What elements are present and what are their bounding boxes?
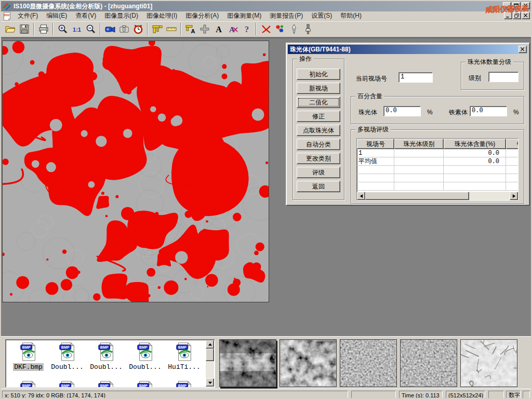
table-row-5[interactable] xyxy=(357,182,518,191)
file-item-HuiTi...[interactable]: BMPHuiTi... xyxy=(165,342,204,371)
op-button-9[interactable]: 返回 xyxy=(297,181,340,192)
menu-item-4[interactable]: 图像显示(D) xyxy=(100,11,142,21)
brush-tool-icon[interactable] xyxy=(301,22,315,36)
table-row-3[interactable] xyxy=(357,166,518,174)
table-row-1[interactable]: 10.0 xyxy=(357,149,518,157)
ferrite-unit: % xyxy=(513,109,519,116)
table-cell xyxy=(394,166,444,174)
file-item-DKF.bmp[interactable]: BMPDKF.bmp xyxy=(9,342,48,371)
menu-item-9[interactable]: 设置(S) xyxy=(307,11,336,21)
print-icon[interactable] xyxy=(36,22,50,36)
file-item-row2-1[interactable]: BMP xyxy=(9,380,48,388)
current-field-input[interactable]: 1 xyxy=(398,72,433,83)
svg-text:BMP: BMP xyxy=(61,384,69,388)
menu-item-10[interactable]: 帮助(H) xyxy=(336,11,366,21)
table-header-1[interactable]: 视场号 xyxy=(357,139,394,149)
ferrite-percent-input[interactable]: 0.0 xyxy=(470,106,507,116)
toolbar-separator xyxy=(256,23,257,35)
pearlite-percent-input[interactable]: 0.0 xyxy=(383,106,421,116)
file-name[interactable]: Doubl... xyxy=(128,363,162,371)
zoom-in-icon[interactable] xyxy=(56,22,70,36)
camera-icon[interactable] xyxy=(117,22,131,36)
level-input[interactable] xyxy=(488,72,518,82)
file-browser[interactable]: BMPDKF.bmpBMPDoubl...BMPDoubl...BMPDoubl… xyxy=(5,339,215,388)
table-horizontal-scrollbar[interactable] xyxy=(357,192,518,200)
op-button-6[interactable]: 自动分类 xyxy=(297,139,340,150)
color-dots-icon[interactable] xyxy=(273,22,287,36)
text-a-icon[interactable]: A xyxy=(211,22,225,36)
menu-item-1[interactable]: 文件(F) xyxy=(14,11,42,21)
save-icon[interactable] xyxy=(17,22,31,36)
op-button-7[interactable]: 更改类别 xyxy=(297,153,340,164)
table-header-4[interactable]: 铁素体含量(%) xyxy=(506,139,518,149)
specimen-image[interactable] xyxy=(2,41,269,302)
caliper-icon[interactable] xyxy=(150,22,164,36)
file-scrollbar[interactable] xyxy=(206,340,214,387)
vendor-watermark: 咸阳仪器仪表 xyxy=(485,4,529,15)
file-scroll-down-button[interactable] xyxy=(206,378,214,387)
file-name[interactable]: Doubl... xyxy=(89,363,123,371)
table-cell xyxy=(506,182,518,191)
menu-item-8[interactable]: 测量报告(P) xyxy=(265,11,307,21)
svg-text:A: A xyxy=(229,25,235,34)
file-item-Doubl...[interactable]: BMPDoubl... xyxy=(87,342,126,371)
file-name[interactable]: Doubl... xyxy=(50,363,84,371)
curve-tool-icon[interactable] xyxy=(259,22,273,36)
rating-table[interactable]: 视场号珠光体级别珠光体含量(%)铁素体含量(%) 10.0平均值0.0 xyxy=(356,138,518,201)
video-camera-icon[interactable] xyxy=(103,22,117,36)
menu-item-7[interactable]: 图像测量(M) xyxy=(223,11,265,21)
zoom-out-icon[interactable] xyxy=(84,22,98,36)
file-item-row2-4[interactable]: BMP xyxy=(126,380,165,388)
dialog-close-button[interactable] xyxy=(518,46,527,53)
file-item-row2-5[interactable]: BMP xyxy=(165,380,204,388)
document-icon[interactable]: DOC xyxy=(2,12,12,20)
menu-item-3[interactable]: 查看(V) xyxy=(71,11,100,21)
ruler-icon[interactable] xyxy=(164,22,178,36)
file-scroll-up-button[interactable] xyxy=(206,340,214,349)
menu-item-6[interactable]: 图像分析(A) xyxy=(181,11,223,21)
scroll-thumb[interactable] xyxy=(365,192,469,200)
dialog-title-bar[interactable]: 珠光体(GB/T9441-88) xyxy=(288,45,528,54)
clock-icon[interactable] xyxy=(131,22,145,36)
toolbar-separator xyxy=(52,23,54,35)
table-header-2[interactable]: 珠光体级别 xyxy=(394,139,444,149)
menu-item-5[interactable]: 图像处理(I) xyxy=(142,11,181,21)
op-button-8[interactable]: 评级 xyxy=(297,167,340,178)
pin-tool-icon[interactable] xyxy=(287,22,301,36)
table-row-2[interactable]: 平均值0.0 xyxy=(357,157,518,166)
op-button-2[interactable]: 新视场 xyxy=(297,83,340,94)
toolbar-separator xyxy=(147,23,148,35)
thumbnail-2[interactable] xyxy=(280,339,337,387)
file-item-Doubl...[interactable]: BMPDoubl... xyxy=(48,342,87,371)
op-button-3[interactable]: 二值化 xyxy=(297,97,340,108)
table-cell xyxy=(357,166,394,174)
title-bar[interactable]: IS100显微摄像系统(金相分析版) - [zhuguangti01] xyxy=(1,1,531,11)
op-button-1[interactable]: 初始化 xyxy=(297,69,340,80)
ferrite-label: 铁素体 xyxy=(449,108,468,117)
thumbnail-3[interactable] xyxy=(340,339,397,387)
thumbnail-4[interactable] xyxy=(400,339,457,387)
text-a-strike-icon[interactable]: A xyxy=(225,22,240,36)
file-scroll-thumb[interactable] xyxy=(206,349,214,361)
thumbnail-5[interactable] xyxy=(460,339,517,387)
file-item-Doubl...[interactable]: BMPDoubl... xyxy=(126,342,165,371)
op-button-5[interactable]: 点取珠光体 xyxy=(297,125,340,136)
measure-text-icon[interactable]: A xyxy=(183,22,197,36)
actual-size-icon[interactable]: 1:1 xyxy=(70,22,84,36)
thumbnail-1[interactable] xyxy=(219,339,276,387)
op-button-4[interactable]: 修正 xyxy=(297,111,340,122)
help-icon[interactable]: ? xyxy=(240,22,254,36)
scroll-left-button[interactable] xyxy=(357,192,365,200)
open-icon[interactable] xyxy=(3,22,17,36)
grid-cross-icon[interactable] xyxy=(197,22,211,36)
file-name[interactable]: HuiTi... xyxy=(167,363,201,371)
menu-item-2[interactable]: 编辑(E) xyxy=(42,11,71,21)
scroll-right-button[interactable] xyxy=(510,192,518,200)
file-item-row2-2[interactable]: BMP xyxy=(48,380,87,388)
table-row-4[interactable] xyxy=(357,174,518,182)
file-item-row2-3[interactable]: BMP xyxy=(87,380,126,388)
pearlite-label: 珠光体 xyxy=(358,108,377,117)
file-name[interactable]: DKF.bmp xyxy=(13,363,44,371)
status-time: Time (s): 0.113 xyxy=(399,391,443,399)
table-header-3[interactable]: 珠光体含量(%) xyxy=(444,139,506,149)
